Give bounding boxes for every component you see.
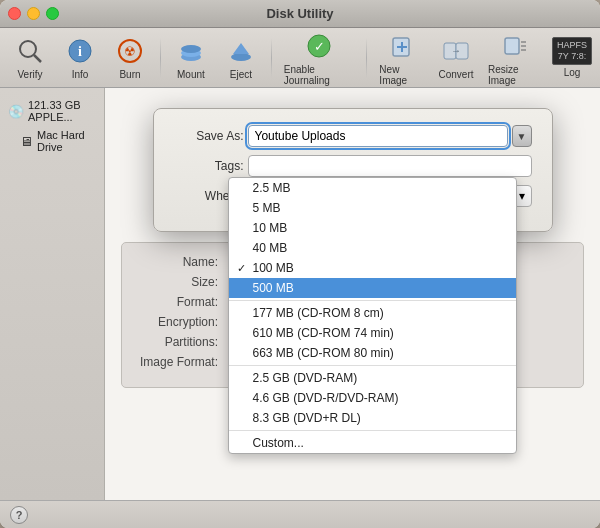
dropdown-item-663mb[interactable]: 663 MB (CD-ROM 80 min) — [229, 343, 516, 363]
dropdown-separator-2 — [229, 365, 516, 366]
status-line1: HAPFS — [557, 40, 587, 51]
toolbar-separator-3 — [366, 38, 367, 78]
log-area: HAPFS 7Y 7:8: Log — [552, 37, 592, 78]
save-as-label: Save As: — [174, 129, 244, 143]
eject-button[interactable]: Eject — [219, 31, 263, 84]
dropdown-item-177mb-label: 177 MB (CD-ROM 8 cm) — [253, 306, 384, 320]
new-image-icon — [386, 30, 418, 62]
enable-journaling-button[interactable]: ✓ Enable Journaling — [280, 26, 359, 90]
dropdown-item-custom-label: Custom... — [253, 436, 304, 450]
close-button[interactable] — [8, 7, 21, 20]
save-as-input[interactable] — [248, 125, 508, 147]
svg-rect-19 — [505, 38, 519, 54]
dropdown-item-2.5gb[interactable]: 2.5 GB (DVD-RAM) — [229, 368, 516, 388]
save-as-row: Save As: ▼ — [174, 125, 532, 147]
mount-icon — [175, 35, 207, 67]
where-select-arrow: ▾ — [519, 189, 525, 203]
svg-text:✓: ✓ — [314, 39, 325, 54]
bottom-bar: ? — [0, 500, 600, 528]
status-display: HAPFS 7Y 7:8: — [552, 37, 592, 65]
window-title: Disk Utility — [266, 6, 333, 21]
maximize-button[interactable] — [46, 7, 59, 20]
svg-line-1 — [34, 55, 41, 62]
dropdown-item-100mb[interactable]: ✓ 100 MB — [229, 258, 516, 278]
save-as-dropdown-button[interactable]: ▼ — [512, 125, 532, 147]
verify-button[interactable]: Verify — [8, 31, 52, 84]
eject-icon — [225, 35, 257, 67]
dropdown-separator-3 — [229, 430, 516, 431]
volume-icon: 🖥 — [20, 133, 33, 149]
eject-label: Eject — [230, 69, 252, 80]
info-label: Info — [72, 69, 89, 80]
tags-input[interactable] — [248, 155, 532, 177]
save-dialog: Save As: ▼ Tags: — [153, 108, 553, 232]
dropdown-item-4.6gb[interactable]: 4.6 GB (DVD-R/DVD-RAM) — [229, 388, 516, 408]
resize-image-button[interactable]: Resize Image — [484, 26, 546, 90]
mount-label: Mount — [177, 69, 205, 80]
resize-image-label: Resize Image — [488, 64, 542, 86]
main-content: 💿 121.33 GB APPLE... 🖥 Mac Hard Drive Na… — [0, 88, 600, 500]
dropdown-item-40mb[interactable]: 40 MB — [229, 238, 516, 258]
toolbar: Verify i Info ☢ Burn — [0, 28, 600, 88]
resize-image-icon — [499, 30, 531, 62]
dropdown-item-8.3gb-label: 8.3 GB (DVD+R DL) — [253, 411, 361, 425]
dropdown-item-500mb[interactable]: 500 MB — [229, 278, 516, 298]
checkmark-100mb: ✓ — [237, 262, 246, 275]
dropdown-item-5mb-label: 5 MB — [253, 201, 281, 215]
dropdown-item-610mb-label: 610 MB (CD-ROM 74 min) — [253, 326, 394, 340]
burn-button[interactable]: ☢ Burn — [108, 31, 152, 84]
dropdown-item-2.5mb[interactable]: 2.5 MB — [229, 178, 516, 198]
verify-icon — [14, 35, 46, 67]
svg-point-8 — [181, 45, 201, 53]
tags-input-wrap — [248, 155, 532, 177]
save-as-input-wrap: ▼ — [248, 125, 532, 147]
sidebar-item-disk[interactable]: 💿 121.33 GB APPLE... — [0, 96, 104, 126]
dropdown-item-8.3gb[interactable]: 8.3 GB (DVD+R DL) — [229, 408, 516, 428]
new-image-button[interactable]: New Image — [375, 26, 428, 90]
sidebar-item-volume[interactable]: 🖥 Mac Hard Drive — [0, 126, 104, 156]
window-controls — [8, 7, 59, 20]
help-button[interactable]: ? — [10, 506, 28, 524]
dropdown-item-40mb-label: 40 MB — [253, 241, 288, 255]
dropdown-item-663mb-label: 663 MB (CD-ROM 80 min) — [253, 346, 394, 360]
mount-button[interactable]: Mount — [169, 31, 213, 84]
convert-icon: → — [440, 35, 472, 67]
dropdown-item-5mb[interactable]: 5 MB — [229, 198, 516, 218]
info-button[interactable]: i Info — [58, 31, 102, 84]
tags-label: Tags: — [174, 159, 244, 173]
dropdown-item-177mb[interactable]: 177 MB (CD-ROM 8 cm) — [229, 303, 516, 323]
svg-text:i: i — [78, 44, 82, 59]
info-icon: i — [64, 35, 96, 67]
minimize-button[interactable] — [27, 7, 40, 20]
new-image-label: New Image — [379, 64, 424, 86]
dropdown-item-610mb[interactable]: 610 MB (CD-ROM 74 min) — [229, 323, 516, 343]
sidebar-disk-label: 121.33 GB APPLE... — [28, 99, 96, 123]
dropdown-item-2.5mb-label: 2.5 MB — [253, 181, 291, 195]
toolbar-separator-2 — [271, 38, 272, 78]
svg-marker-10 — [233, 43, 249, 54]
sidebar-volume-label: Mac Hard Drive — [37, 129, 96, 153]
content-area: Name: Size: Format: Encryption: — [105, 88, 600, 500]
sidebar: 💿 121.33 GB APPLE... 🖥 Mac Hard Drive — [0, 88, 105, 500]
journaling-icon: ✓ — [303, 30, 335, 62]
dropdown-item-10mb[interactable]: 10 MB — [229, 218, 516, 238]
dropdown-item-4.6gb-label: 4.6 GB (DVD-R/DVD-RAM) — [253, 391, 399, 405]
tags-row: Tags: — [174, 155, 532, 177]
convert-button[interactable]: → Convert — [434, 31, 478, 84]
dropdown-item-100mb-label: 100 MB — [253, 261, 294, 275]
dropdown-separator-1 — [229, 300, 516, 301]
log-label[interactable]: Log — [564, 67, 581, 78]
svg-text:☢: ☢ — [124, 44, 136, 59]
dropdown-item-10mb-label: 10 MB — [253, 221, 288, 235]
svg-point-9 — [231, 53, 251, 61]
enable-journaling-label: Enable Journaling — [284, 64, 355, 86]
dropdown-item-500mb-label: 500 MB — [253, 281, 294, 295]
main-window: Disk Utility Verify i Info — [0, 0, 600, 528]
dropdown-item-custom[interactable]: Custom... — [229, 433, 516, 453]
verify-label: Verify — [17, 69, 42, 80]
svg-text:→: → — [451, 45, 461, 56]
convert-label: Convert — [439, 69, 474, 80]
burn-icon: ☢ — [114, 35, 146, 67]
disk-icon: 💿 — [8, 103, 24, 119]
burn-label: Burn — [119, 69, 140, 80]
